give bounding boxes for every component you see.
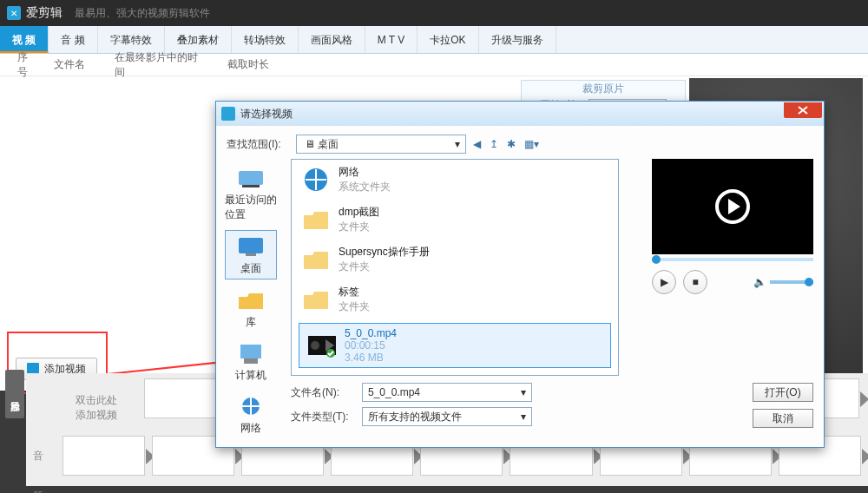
volume-control[interactable]: 🔈: [753, 276, 813, 288]
place-computer[interactable]: 计算机: [225, 338, 277, 385]
play-icon: [715, 189, 750, 224]
filename-combo[interactable]: 5_0_0.mp4 ▾: [362, 383, 532, 402]
col-time: 在最终影片中的时间: [104, 50, 217, 80]
open-button[interactable]: 打开(O): [753, 383, 813, 402]
app-logo: ✕: [7, 6, 21, 20]
stop-button[interactable]: ■: [683, 270, 707, 294]
speaker-icon: 🔈: [753, 276, 766, 288]
dialog-close-button[interactable]: [784, 102, 822, 118]
audio-slot[interactable]: [62, 436, 145, 476]
preview-screen[interactable]: [652, 159, 813, 254]
dialog-titlebar: 请选择视频: [216, 102, 824, 126]
file-open-dialog: 请选择视频 查找范围(I): 🖥 桌面 ▾ ◀ ↥ ✱ ▦▾ 最近访问的位置 桌…: [215, 101, 825, 448]
scope-value: 桌面: [318, 137, 339, 152]
file-item-network[interactable]: 网络系统文件夹: [292, 160, 618, 200]
filetype-label: 文件类型(T):: [291, 410, 353, 424]
tab-mtv[interactable]: M T V: [365, 26, 418, 53]
dialog-icon: [221, 107, 235, 121]
folder-icon: [300, 205, 332, 234]
folder-icon: [300, 245, 332, 274]
svg-rect-2: [239, 238, 263, 253]
tab-overlay[interactable]: 叠加素材: [165, 26, 232, 53]
filetype-value: 所有支持的视频文件: [368, 410, 462, 424]
tab-transition[interactable]: 转场特效: [232, 26, 299, 53]
file-list-pane[interactable]: 网络系统文件夹 dmp截图文件夹 Supersync操作手册文件夹 标签文件夹 …: [291, 159, 619, 376]
chevron-down-icon: ▾: [521, 411, 526, 423]
file-item-selected-video[interactable]: 5_0_0.mp4 00:00:15 3.46 MB: [299, 323, 611, 368]
place-library[interactable]: 库: [225, 285, 277, 332]
selected-file-duration: 00:00:15: [345, 339, 397, 352]
svg-rect-1: [242, 185, 260, 187]
play-button[interactable]: ▶: [652, 270, 676, 294]
tab-karaoke[interactable]: 卡拉OK: [418, 26, 478, 53]
place-desktop[interactable]: 桌面: [225, 230, 277, 279]
list-column-headers: 序号 文件名 在最终影片中的时间 截取时长: [0, 54, 868, 76]
file-item-folder[interactable]: dmp截图文件夹: [292, 200, 618, 240]
app-tagline: 最易用、强大的视频剪辑软件: [75, 6, 210, 21]
place-network[interactable]: 网络: [225, 391, 277, 438]
audio-track-label: 音 频: [33, 436, 56, 476]
tab-subtitle-fx[interactable]: 字幕特效: [98, 26, 165, 53]
places-bar: 最近访问的位置 桌面 库 计算机 网络: [225, 162, 277, 438]
added-clips-tab[interactable]: 已添加片段: [5, 370, 24, 418]
tab-audio[interactable]: 音 频: [49, 26, 97, 53]
col-filename: 文件名: [43, 57, 104, 72]
svg-rect-0: [239, 171, 263, 185]
dialog-preview-pane: ▶ ■ 🔈: [652, 159, 813, 294]
dialog-title: 请选择视频: [240, 107, 293, 122]
tab-style[interactable]: 画面风格: [299, 26, 365, 53]
filetype-combo[interactable]: 所有支持的视频文件 ▾: [362, 407, 532, 426]
svg-rect-4: [240, 345, 261, 358]
svg-rect-3: [246, 253, 256, 256]
filename-value: 5_0_0.mp4: [368, 386, 420, 398]
nav-up-button[interactable]: ↥: [490, 138, 498, 150]
dialog-toolbar: ◀ ↥ ✱ ▦▾: [473, 138, 539, 150]
place-recent[interactable]: 最近访问的位置: [225, 162, 277, 225]
col-cutlen: 截取时长: [217, 57, 286, 72]
svg-rect-5: [244, 358, 258, 364]
video-track-hint[interactable]: 双击此处 添加视频: [57, 391, 135, 425]
scope-label: 查找范围(I):: [227, 137, 289, 152]
selected-file-name: 5_0_0.mp4: [345, 327, 397, 339]
col-index: 序号: [7, 50, 43, 80]
close-icon: [797, 106, 809, 115]
file-item-folder[interactable]: 标签文件夹: [292, 279, 618, 319]
preview-scrubber[interactable]: [652, 258, 813, 261]
app-titlebar: ✕ 爱剪辑 最易用、强大的视频剪辑软件: [0, 0, 868, 26]
chevron-down-icon: ▾: [521, 386, 526, 398]
nav-back-button[interactable]: ◀: [473, 138, 481, 150]
chevron-down-icon: ▾: [455, 138, 460, 150]
tab-upgrade[interactable]: 升级与服务: [479, 26, 556, 53]
new-folder-button[interactable]: ✱: [507, 138, 516, 150]
tab-video[interactable]: 视 频: [0, 26, 49, 53]
file-item-folder[interactable]: Supersync操作手册文件夹: [292, 240, 618, 279]
video-thumb-icon: [306, 331, 338, 360]
network-icon: [300, 165, 332, 194]
folder-icon: [300, 285, 332, 314]
cancel-button[interactable]: 取消: [753, 409, 813, 428]
scope-combo[interactable]: 🖥 桌面 ▾: [296, 135, 466, 154]
app-name: 爱剪辑: [26, 5, 62, 21]
filename-label: 文件名(N):: [291, 385, 353, 400]
desktop-icon: 🖥: [302, 138, 318, 150]
svg-point-9: [311, 341, 319, 350]
crop-title: 裁剪原片: [582, 82, 624, 96]
view-mode-button[interactable]: ▦▾: [524, 138, 539, 150]
selected-file-size: 3.46 MB: [345, 352, 397, 364]
